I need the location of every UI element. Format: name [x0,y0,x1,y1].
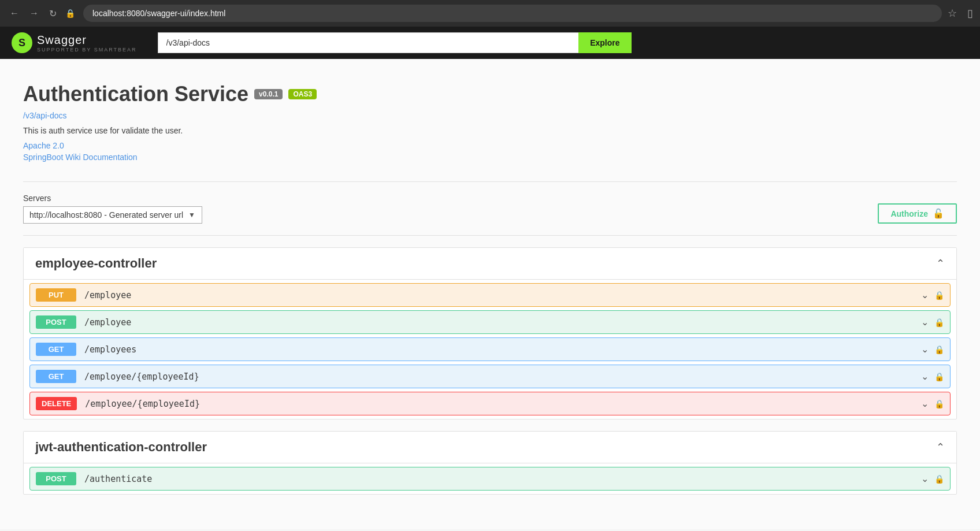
employee-controller-header[interactable]: employee-controller ⌃ [24,248,956,280]
swagger-logo: S Swagger Supported by SMARTBEAR [12,32,137,53]
version-badge: v0.0.1 [254,89,283,99]
endpoint-delete-actions: ⌄ 🔒 [921,398,944,409]
jwt-controller-chevron-icon: ⌃ [936,441,945,454]
endpoint-post-authenticate-chevron-icon: ⌄ [921,473,929,484]
endpoint-get-employees-chevron-icon: ⌄ [921,344,929,355]
method-badge-put: put [36,288,76,302]
endpoint-post-lock-icon: 🔒 [934,318,944,327]
endpoint-put-chevron-icon: ⌄ [921,289,929,300]
api-title-row: Authentication Service v0.0.1 OAS3 [23,82,957,106]
api-info: Authentication Service v0.0.1 OAS3 /v3/a… [23,70,957,181]
endpoint-get-employee-by-id[interactable]: get /employee/{employeeId} ⌄ 🔒 [29,365,951,388]
employee-controller-title: employee-controller [35,256,157,271]
swagger-content: Authentication Service v0.0.1 OAS3 /v3/a… [0,59,980,529]
method-badge-post: post [36,315,76,329]
extension-icon[interactable]: ▯ [967,7,973,20]
api-description: This is auth service use for validate th… [23,126,957,135]
jwt-controller-section: jwt-authentication-controller ⌃ post /au… [23,431,957,495]
swagger-logo-main: Swagger [37,34,137,47]
swagger-search: Explore [158,32,968,53]
forward-button[interactable]: → [27,7,42,20]
method-badge-delete: delete [36,397,77,410]
servers-label: Servers [23,194,195,203]
endpoint-put-lock-icon: 🔒 [934,291,944,300]
reload-button[interactable]: ↻ [46,7,60,20]
employee-controller-section: employee-controller ⌃ put /employee ⌄ 🔒 … [23,247,957,419]
endpoint-get-employees[interactable]: get /employees ⌄ 🔒 [29,337,951,361]
method-badge-get-employees: get [36,343,76,356]
endpoint-post-authenticate-actions: ⌄ 🔒 [921,473,944,484]
servers-wrapper: Servers http://localhost:8080 - Generate… [23,194,195,224]
lock-open-icon: 🔓 [933,208,944,219]
endpoint-delete-lock-icon: 🔒 [934,399,944,409]
api-title: Authentication Service [23,82,248,106]
oas-badge: OAS3 [288,89,317,99]
endpoint-get-employees-lock-icon: 🔒 [934,345,944,354]
employee-controller-chevron-icon: ⌃ [936,257,945,270]
endpoint-post-authenticate[interactable]: post /authenticate ⌄ 🔒 [29,467,951,491]
endpoint-delete-chevron-icon: ⌄ [921,398,929,409]
endpoint-put-actions: ⌄ 🔒 [921,289,944,300]
endpoint-get-by-id-lock-icon: 🔒 [934,372,944,381]
endpoint-path-put-employee: /employee [84,290,921,300]
api-docs-input[interactable] [158,32,579,53]
nav-buttons: ← → ↻ [7,7,60,20]
explore-button[interactable]: Explore [578,32,631,53]
swagger-logo-text: Swagger Supported by SMARTBEAR [37,34,137,53]
swagger-logo-sub: Supported by SMARTBEAR [37,47,137,53]
endpoint-post-actions: ⌄ 🔒 [921,317,944,328]
method-badge-get-by-id: get [36,370,76,383]
api-docs-link[interactable]: /v3/api-docs [23,111,957,120]
endpoint-get-employees-actions: ⌄ 🔒 [921,344,944,355]
endpoint-get-by-id-actions: ⌄ 🔒 [921,371,944,382]
servers-section: Servers http://localhost:8080 - Generate… [23,181,957,236]
authorize-label: Authorize [890,209,928,218]
endpoint-post-chevron-icon: ⌄ [921,317,929,328]
address-bar[interactable] [83,5,942,22]
servers-select-wrap: http://localhost:8080 - Generated server… [23,206,195,224]
security-icon: 🔒 [65,9,75,18]
endpoint-post-authenticate-lock-icon: 🔒 [934,474,944,484]
endpoint-delete-employee[interactable]: delete /employee/{employeeId} ⌄ 🔒 [29,392,951,415]
apache-link[interactable]: Apache 2.0 [23,141,957,150]
endpoint-path-post-authenticate: /authenticate [84,474,921,484]
springboot-link[interactable]: SpringBoot Wiki Documentation [23,153,957,162]
authorize-button[interactable]: Authorize 🔓 [878,203,957,224]
browser-chrome: ← → ↻ 🔒 ☆ ▯ [0,0,980,27]
endpoint-path-post-employee: /employee [84,317,921,328]
swagger-header: S Swagger Supported by SMARTBEAR Explore [0,27,980,59]
swagger-logo-icon: S [12,32,32,53]
back-button[interactable]: ← [7,7,22,20]
endpoint-put-employee[interactable]: put /employee ⌄ 🔒 [29,283,951,307]
method-badge-post-authenticate: post [36,472,76,485]
endpoint-get-by-id-chevron-icon: ⌄ [921,371,929,382]
servers-select[interactable]: http://localhost:8080 - Generated server… [23,206,202,224]
jwt-controller-title: jwt-authentication-controller [35,440,207,455]
endpoint-path-delete: /employee/{employeeId} [85,399,921,409]
jwt-controller-header[interactable]: jwt-authentication-controller ⌃ [24,432,956,463]
endpoint-path-get-employees: /employees [84,344,921,355]
star-icon[interactable]: ☆ [948,7,957,20]
endpoint-path-get-by-id: /employee/{employeeId} [84,372,921,382]
endpoint-post-employee[interactable]: post /employee ⌄ 🔒 [29,310,951,334]
